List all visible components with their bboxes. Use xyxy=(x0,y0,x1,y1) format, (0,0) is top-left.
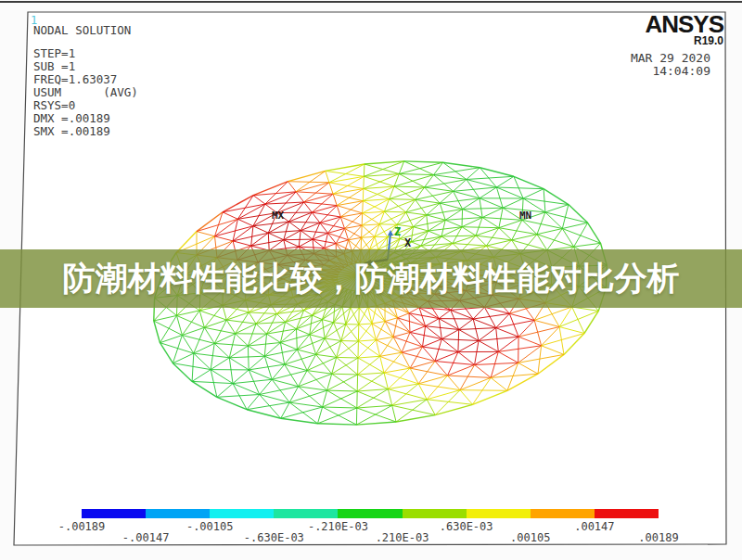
solution-dmx: DMX =.00189 xyxy=(33,112,138,125)
solution-freq: FREQ=1.63037 xyxy=(33,73,138,86)
ansys-logo: ANSYS xyxy=(631,13,723,35)
plot-date: MAR 29 2020 xyxy=(631,52,710,65)
solution-usum: USUM (AVG) xyxy=(33,86,138,99)
solution-sub: SUB =1 xyxy=(33,60,138,73)
banner-title-text: 防潮材料性能比较，防潮材料性能对比分析 xyxy=(63,257,680,300)
max-node-label: MX xyxy=(272,210,285,222)
solution-smx: SMX =.00189 xyxy=(33,125,138,138)
title-banner: 防潮材料性能比较，防潮材料性能对比分析 xyxy=(0,249,742,308)
ansys-window: ZXMXMN 1 NODAL SOLUTION STEP=1 SUB =1 FR… xyxy=(0,0,742,560)
solution-step: STEP=1 xyxy=(33,47,138,60)
min-node-label: MN xyxy=(519,210,531,222)
solution-title: NODAL SOLUTION xyxy=(33,24,138,37)
solution-rsys: RSYS=0 xyxy=(33,99,138,112)
solution-info-block: NODAL SOLUTION STEP=1 SUB =1 FREQ=1.6303… xyxy=(33,24,138,138)
brand-block: ANSYS R19.0 MAR 29 2020 14:04:09 xyxy=(631,13,723,78)
triad-z-label: Z xyxy=(394,225,401,238)
triad-x-label: X xyxy=(404,236,412,249)
plot-time: 14:04:09 xyxy=(631,65,710,78)
